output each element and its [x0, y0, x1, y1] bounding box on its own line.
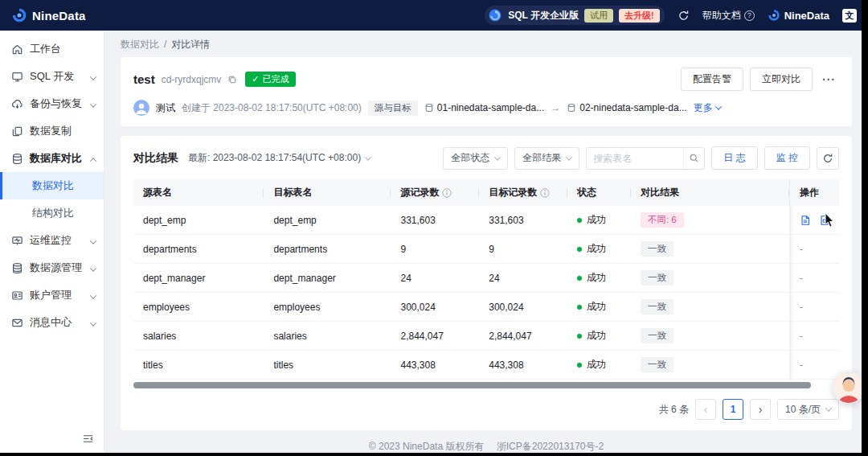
scrollbar-thumb[interactable] — [133, 382, 811, 388]
cell-source-count: 331,603 — [391, 206, 479, 235]
target-datasource-link[interactable]: 02-ninedata-sample-da... — [567, 102, 686, 113]
sidebar-item-label: SQL 开发 — [30, 69, 74, 84]
result-badge: 一致 — [641, 270, 674, 286]
success-dot — [577, 334, 582, 339]
sidebar-item-message-center[interactable]: 消息中心 — [0, 309, 104, 336]
horizontal-scrollbar — [133, 382, 839, 388]
cell-source-table: employees — [133, 293, 264, 322]
source-datasource-name: 01-ninedata-sample-da... — [437, 102, 544, 113]
icp-number: 浙ICP备2022013170号-2 — [497, 441, 604, 452]
compare-now-button[interactable]: 立即对比 — [750, 68, 813, 91]
sidebar-item-label: 工作台 — [30, 42, 61, 56]
cloud-backup-icon — [11, 98, 23, 110]
sidebar-subitem-label: 数据对比 — [32, 179, 74, 193]
sync-icon[interactable] — [678, 10, 690, 22]
info-circle-icon[interactable] — [442, 188, 452, 198]
sidebar-item-label: 数据复制 — [30, 124, 72, 138]
more-actions-button[interactable]: ··· — [819, 73, 839, 86]
sidebar-item-sql-dev[interactable]: SQL 开发 — [0, 63, 104, 90]
latest-run-label: 最新: 2023-08-02 18:17:54(UTC +08:00) — [188, 151, 361, 165]
id-card-icon — [11, 290, 23, 302]
cell-status: 成功 — [567, 235, 631, 264]
cell-source-table: dept_emp — [133, 206, 264, 235]
page-size-select[interactable]: 10 条/页 — [777, 399, 839, 420]
result-badge: 一致 — [641, 328, 674, 343]
chevron-down-icon — [566, 154, 572, 160]
sidebar-subitem-data-compare[interactable]: 数据对比 — [0, 172, 104, 199]
next-page-button[interactable]: › — [750, 399, 771, 420]
screen-edge-right — [862, 0, 868, 456]
result-badge: 一致 — [641, 241, 674, 257]
copy-pages-icon — [11, 125, 23, 138]
col-source-count: 源记录数 — [391, 179, 479, 206]
plan-badge: SQL 开发企业版 试用 去升级! — [485, 6, 664, 25]
page-1-button[interactable]: 1 — [723, 399, 743, 420]
chevron-down-icon — [825, 405, 832, 411]
cell-operations: - — [790, 351, 839, 380]
configure-alert-button[interactable]: 配置告警 — [681, 68, 743, 91]
cell-source-count: 9 — [391, 235, 479, 264]
more-info-label: 更多 — [694, 101, 713, 115]
chevron-down-icon — [91, 262, 96, 274]
status-filter-select[interactable]: 全部状态 — [443, 147, 508, 170]
cell-status: 成功 — [567, 264, 631, 293]
result-filter-select[interactable]: 全部结果 — [514, 147, 579, 170]
prev-page-button[interactable]: ‹ — [695, 399, 716, 420]
more-info-link[interactable]: 更多 — [694, 101, 721, 115]
language-icon[interactable]: 文 — [842, 9, 857, 23]
breadcrumb-parent[interactable]: 数据对比 — [121, 39, 159, 50]
workspace-switcher[interactable]: NineData — [768, 9, 829, 22]
view-detail-icon[interactable] — [800, 215, 811, 226]
sidebar-item-account-mgmt[interactable]: 账户管理 — [0, 281, 104, 309]
upgrade-link[interactable]: 去升级! — [619, 9, 660, 23]
sidebar-item-ops-monitoring[interactable]: 运维监控 — [0, 227, 104, 254]
success-dot — [577, 276, 582, 281]
result-badge: 一致 — [641, 299, 674, 314]
collapse-sidebar-icon[interactable] — [82, 433, 94, 448]
ninedata-logo-icon — [768, 9, 780, 22]
table-row: departments departments 9 9 成功 一致 - — [133, 235, 839, 264]
search-input[interactable] — [587, 153, 683, 164]
sidebar-item-backup-restore[interactable]: 备份与恢复 — [0, 90, 104, 117]
result-filter-value: 全部结果 — [522, 151, 561, 165]
cell-target-count: 331,603 — [479, 206, 567, 235]
cell-result: 一致 — [631, 293, 790, 322]
col-target-table: 目标表名 — [264, 179, 391, 206]
cell-source-table: departments — [133, 235, 264, 264]
sidebar-item-workbench[interactable]: 工作台 — [0, 35, 104, 63]
sidebar-item-data-replication[interactable]: 数据复制 — [0, 117, 104, 145]
help-docs-link[interactable]: 帮助文档 ? — [702, 9, 755, 23]
monitor-button[interactable]: 监 控 — [764, 146, 810, 170]
cell-operations: - — [790, 293, 839, 322]
cell-operations: - — [790, 235, 839, 264]
log-button[interactable]: 日 志 — [711, 146, 757, 170]
cell-target-count: 2,844,047 — [479, 322, 567, 351]
cell-status: 成功 — [567, 206, 631, 235]
chevron-down-icon — [91, 290, 96, 302]
help-docs-label: 帮助文档 — [702, 9, 741, 23]
cell-result: 不同: 6 — [631, 206, 790, 235]
monitor-pulse-icon — [11, 235, 23, 247]
result-title: 对比结果 — [133, 151, 178, 166]
support-avatar[interactable] — [833, 372, 865, 404]
sidebar-subitem-structure-compare[interactable]: 结构对比 — [0, 199, 104, 227]
chevron-down-icon — [91, 235, 96, 247]
source-datasource-link[interactable]: 01-ninedata-sample-da... — [424, 102, 544, 113]
chevron-down-icon — [714, 103, 721, 109]
cell-result: 一致 — [631, 264, 790, 293]
copy-icon[interactable] — [227, 75, 237, 84]
latest-run-select[interactable]: 最新: 2023-08-02 18:17:54(UTC +08:00) — [188, 151, 371, 165]
info-circle-icon[interactable] — [540, 188, 550, 198]
sidebar-item-datasource-mgmt[interactable]: 数据源管理 — [0, 254, 104, 281]
search-icon[interactable] — [683, 148, 704, 169]
cell-result: 一致 — [631, 351, 790, 380]
sidebar-item-db-compare[interactable]: 数据库对比 — [0, 145, 104, 172]
chevron-down-icon — [91, 98, 96, 110]
cell-source-table: titles — [133, 351, 264, 380]
fix-sql-icon[interactable] — [819, 215, 830, 226]
trial-badge[interactable]: 试用 — [584, 9, 613, 23]
ninedata-brand: NineData — [11, 7, 86, 23]
cell-target-table: salaries — [264, 322, 391, 351]
cell-source-count: 24 — [391, 264, 479, 293]
refresh-button[interactable] — [817, 147, 839, 170]
